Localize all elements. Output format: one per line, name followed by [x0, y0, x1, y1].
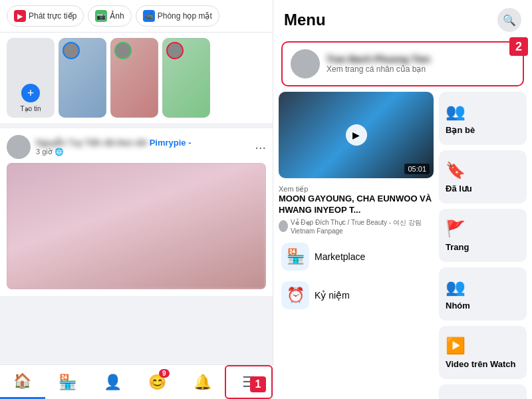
- menu-title: Menu: [284, 11, 326, 29]
- video-source: Vẻ Đẹp Đích Thực / True Beauty - 여신 강림 V…: [279, 218, 434, 235]
- memories-icon: ⏰: [287, 287, 305, 304]
- post-image: [7, 163, 266, 289]
- memories-icon-box: ⏰: [281, 281, 309, 309]
- nav-home[interactable]: 🏠: [0, 365, 45, 399]
- live-icon: ▶: [14, 10, 26, 22]
- video-title: MOON GAYOUNG, CHA EUNWOO VÀ HWANG INYEOP…: [279, 194, 434, 216]
- right-panel: Menu 🔍 Tran Bach Phuong Tien Xem trang c…: [273, 0, 532, 399]
- shop-icon: 🏪: [59, 374, 76, 391]
- pages-menu-label: Trang: [446, 242, 469, 252]
- marketplace-item[interactable]: 🏪 Marketplace: [279, 237, 434, 276]
- friends-menu-icon: 👥: [446, 102, 466, 121]
- story-avatar-3: [166, 42, 184, 59]
- profile-icon: 👤: [104, 374, 122, 391]
- profile-row[interactable]: Tran Bach Phuong Tien Xem trang cá nhân …: [281, 41, 524, 86]
- source-name: Vẻ Đẹp Đích Thực / True Beauty - 여신 강림 V…: [291, 218, 434, 235]
- groups-menu-label: Nhóm: [446, 301, 470, 311]
- marketplace-icon: 🏪: [287, 248, 305, 265]
- live-label: Phát trực tiếp: [29, 11, 76, 21]
- video-continue-label: Xem tiếp: [279, 185, 434, 194]
- post-user-blurred: Nguyễn Tuy Tiền đã theo dõi: [36, 138, 150, 148]
- nav-friends[interactable]: 😊 9: [135, 365, 180, 399]
- menu-left: ▶ 05:01 Xem tiếp MOON GAYOUNG, CHA EUNWO…: [273, 92, 439, 399]
- plus-icon: +: [21, 84, 40, 102]
- feed-post: Nguyễn Tuy Tiền đã theo dõi Pimrypie - 3…: [0, 128, 273, 296]
- saved-menu-icon: 🔖: [446, 161, 466, 180]
- post-time-text: 3 giờ: [36, 148, 53, 156]
- friends-menu-label: Bạn bè: [446, 125, 475, 135]
- create-story-card[interactable]: + Tạo tin: [7, 38, 55, 118]
- menu-content: ▶ 05:01 Xem tiếp MOON GAYOUNG, CHA EUNWO…: [273, 92, 532, 399]
- nav-number-badge: 1: [250, 376, 266, 392]
- pages-menu-icon: 🚩: [446, 219, 466, 238]
- profile-info: Tran Bach Phuong Tien Xem trang cá nhân …: [327, 54, 515, 74]
- saved-menu-item[interactable]: 🔖 Đã lưu: [439, 150, 527, 203]
- story-avatar-1: [63, 42, 80, 59]
- marketplace-label: Marketplace: [315, 251, 365, 262]
- groups-menu-icon: 👥: [446, 278, 466, 297]
- post-avatar: [7, 135, 31, 159]
- video-info: Xem tiếp MOON GAYOUNG, CHA EUNWOO VÀ HWA…: [279, 182, 434, 237]
- left-panel: ▶ Phát trực tiếp 📷 Ảnh 📹 Phòng họp mặt +…: [0, 0, 273, 399]
- nav-notifications[interactable]: 🔔: [180, 365, 225, 399]
- profile-avatar: [291, 49, 320, 78]
- bottom-nav: 🏠 🏪 👤 😊 9 🔔 ☰ 1: [0, 364, 273, 399]
- live-button[interactable]: ▶ Phát trực tiếp: [7, 5, 84, 27]
- profile-sub: Xem trang cá nhân của bạn: [327, 65, 515, 74]
- stories-row: + Tạo tin: [0, 33, 273, 123]
- video-card[interactable]: ▶ 05:01: [279, 92, 434, 178]
- room-icon: 📹: [143, 10, 155, 22]
- memories-label: Kỷ niệm: [315, 290, 350, 301]
- heart-menu-item[interactable]: ❤️: [439, 384, 527, 399]
- globe-icon: 🌐: [55, 148, 64, 156]
- nav-profile[interactable]: 👤: [90, 365, 135, 399]
- friends-badge: 9: [159, 369, 170, 378]
- search-icon: 🔍: [503, 14, 516, 27]
- post-header: Nguyễn Tuy Tiền đã theo dõi Pimrypie - 3…: [7, 135, 266, 159]
- friends-menu-item[interactable]: 👥 Bạn bè: [439, 92, 527, 145]
- bell-icon: 🔔: [194, 374, 211, 391]
- photo-icon: 📷: [95, 10, 107, 22]
- post-meta: Nguyễn Tuy Tiền đã theo dõi Pimrypie - 3…: [36, 138, 249, 156]
- source-avatar: [279, 220, 288, 232]
- menu-right: 👥 Bạn bè 🔖 Đã lưu 🚩 Trang 👥 Nhóm ▶️ Vide…: [439, 92, 532, 399]
- watch-menu-item[interactable]: ▶️ Video trên Watch: [439, 326, 527, 379]
- post-suffix: -: [188, 138, 191, 148]
- video-duration: 05:01: [404, 164, 430, 174]
- groups-menu-item[interactable]: 👥 Nhóm: [439, 267, 527, 321]
- play-button[interactable]: ▶: [346, 124, 367, 146]
- story-card-2[interactable]: [110, 38, 158, 118]
- post-page-name[interactable]: Pimrypie: [150, 138, 186, 148]
- photo-label: Ảnh: [110, 11, 124, 21]
- home-icon: 🏠: [13, 372, 31, 390]
- post-more-button[interactable]: ···: [255, 140, 266, 155]
- pages-menu-item[interactable]: 🚩 Trang: [439, 209, 527, 262]
- photo-button[interactable]: 📷 Ảnh: [88, 5, 131, 27]
- room-button[interactable]: 📹 Phòng họp mặt: [136, 5, 219, 27]
- story-card-3[interactable]: [162, 38, 210, 118]
- saved-menu-label: Đã lưu: [446, 184, 472, 194]
- nav-shop[interactable]: 🏪: [45, 365, 90, 399]
- profile-name: Tran Bach Phuong Tien: [327, 54, 515, 65]
- watch-menu-icon: ▶️: [446, 336, 466, 355]
- marketplace-icon-box: 🏪: [281, 243, 309, 271]
- menu-header: Menu 🔍: [273, 0, 532, 36]
- create-label: Tạo tin: [20, 105, 41, 112]
- stories-bar: ▶ Phát trực tiếp 📷 Ảnh 📹 Phòng họp mặt: [0, 0, 273, 33]
- search-button[interactable]: 🔍: [497, 8, 521, 32]
- post-time: 3 giờ 🌐: [36, 148, 249, 156]
- post-name: Nguyễn Tuy Tiền đã theo dõi Pimrypie -: [36, 138, 249, 148]
- story-card-1[interactable]: [59, 38, 106, 118]
- profile-number-badge: 2: [509, 37, 528, 56]
- watch-menu-label: Video trên Watch: [446, 359, 515, 369]
- post-image-bg: [7, 163, 266, 289]
- memories-item[interactable]: ⏰ Kỷ niệm: [279, 276, 434, 315]
- room-label: Phòng họp mặt: [158, 11, 212, 21]
- story-avatar-2: [114, 42, 132, 59]
- nav-menu[interactable]: ☰ 1: [225, 365, 273, 399]
